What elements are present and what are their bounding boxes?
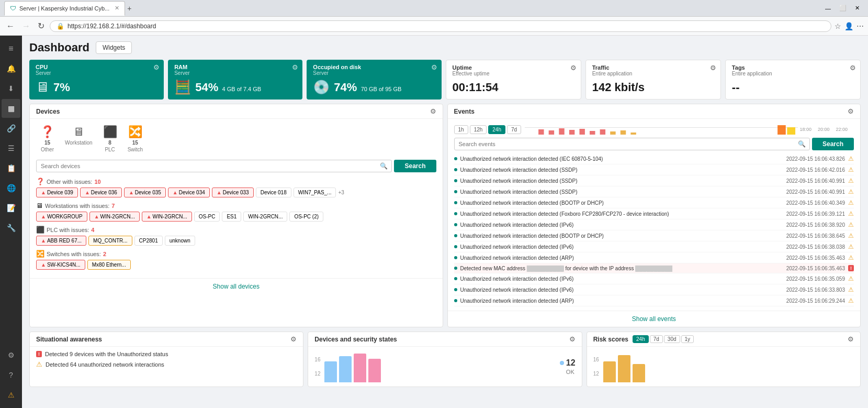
events-panel-gear-icon[interactable]: ⚙	[848, 107, 854, 115]
device-tag[interactable]: ▲ Device 039	[36, 188, 78, 197]
time-filter-7d[interactable]: 7d	[507, 125, 521, 134]
nav-globe-icon[interactable]: 🌐	[2, 179, 20, 197]
device-tag[interactable]: WIN7_PAS_...	[294, 188, 336, 197]
event-row[interactable]: Unauthorized network interaction detecte…	[454, 295, 854, 306]
nav-tools-icon[interactable]: 🔧	[2, 218, 20, 237]
back-icon[interactable]: ←	[4, 20, 17, 32]
nav-notifications-icon[interactable]: 🔔	[2, 59, 20, 78]
device-tag[interactable]: ▲ WIN-2GRCN...	[89, 212, 140, 222]
devices-security-title: Devices and security states	[314, 336, 397, 343]
reload-icon[interactable]: ↻	[36, 20, 47, 32]
nav-dashboard-icon[interactable]: ▦	[2, 99, 20, 118]
event-row[interactable]: Unauthorized network interaction detecte…	[454, 284, 854, 295]
nav-download-icon[interactable]: ⬇	[2, 79, 20, 98]
profile-icon[interactable]: 👤	[844, 22, 853, 30]
device-tag[interactable]: OS-PC (2)	[289, 212, 323, 222]
nav-settings-icon[interactable]: ⚙	[2, 346, 20, 365]
traffic-gear-icon[interactable]: ⚙	[710, 64, 716, 72]
traffic-value: 142 kbit/s	[592, 81, 714, 94]
event-row[interactable]: Unauthorized network interaction detecte…	[454, 186, 854, 197]
maximize-icon[interactable]: ⬜	[835, 4, 851, 13]
nav-rules-icon[interactable]: 📝	[2, 199, 20, 217]
risk-scores-gear-icon[interactable]: ⚙	[848, 335, 854, 343]
time-filter-1h[interactable]: 1h	[454, 125, 468, 134]
url-display[interactable]: https://192.168.2.1/#/dashboard	[67, 23, 825, 30]
device-tag[interactable]: CP2801	[134, 236, 163, 246]
event-row[interactable]: Unauthorized network interaction detecte…	[454, 230, 854, 241]
time-filter-12h[interactable]: 12h	[470, 125, 487, 134]
event-row[interactable]: Detected new MAC address ██████████ for …	[454, 263, 854, 273]
device-type-other[interactable]: ❓ 15 Other	[40, 125, 54, 152]
event-row[interactable]: Unauthorized network interaction detecte…	[454, 197, 854, 208]
event-row[interactable]: Unauthorized network interaction detecte…	[454, 175, 854, 186]
nav-reports-icon[interactable]: 📋	[2, 159, 20, 178]
nav-help-icon[interactable]: ?	[2, 366, 20, 384]
sit-item-1[interactable]: ! Detected 9 devices with the Unauthoriz…	[36, 351, 297, 357]
events-search-input[interactable]	[454, 138, 810, 150]
device-tag[interactable]: ▲ ABB RED 67...	[36, 236, 86, 246]
new-tab-icon[interactable]: +	[127, 4, 131, 13]
forward-icon[interactable]: →	[20, 20, 32, 32]
nav-events-icon[interactable]: ☰	[2, 139, 20, 158]
device-type-plc[interactable]: ⬛ 8 PLC	[103, 125, 117, 152]
device-tag[interactable]: ES1	[222, 212, 241, 222]
event-row[interactable]: Unauthorized network interaction detecte…	[454, 252, 854, 263]
tags-subtitle: Entire application	[732, 71, 854, 76]
tab-close-icon[interactable]: ✕	[115, 5, 119, 12]
nav-topology-icon[interactable]: 🔗	[2, 119, 20, 138]
device-tag[interactable]: unknown	[165, 236, 195, 246]
events-search-button[interactable]: Search	[812, 138, 854, 150]
event-text: Unauthorized network interaction detecte…	[460, 156, 783, 162]
event-text: Unauthorized network interaction detecte…	[460, 200, 783, 206]
risk-filter-30d[interactable]: 30d	[664, 335, 680, 343]
risk-scores-panel: Risk scores 24h 7d 30d 1y ⚙ 16	[587, 332, 861, 387]
device-tag[interactable]: OS-PC	[194, 212, 220, 222]
other-label: Other	[41, 147, 54, 152]
device-type-switch[interactable]: 🔀 15 Switch	[128, 125, 143, 152]
device-tag[interactable]: ▲ Device 034	[168, 188, 210, 197]
risk-filter-7d[interactable]: 7d	[650, 335, 663, 343]
minimize-icon[interactable]: —	[821, 4, 835, 13]
device-tag[interactable]: WIN-2GRCN...	[243, 212, 287, 222]
devices-search-button[interactable]: Search	[394, 160, 436, 172]
event-row[interactable]: Unauthorized network interaction detecte…	[454, 153, 854, 164]
show-all-events-link[interactable]: Show all events	[448, 311, 861, 327]
tags-gear-icon[interactable]: ⚙	[850, 64, 856, 72]
event-row[interactable]: Unauthorized network interaction detecte…	[454, 164, 854, 175]
widgets-button[interactable]: Widgets	[96, 41, 132, 54]
device-tag[interactable]: ▲ WIN-2GRCN...	[142, 212, 192, 222]
device-tag[interactable]: ▲ Device 036	[80, 188, 122, 197]
devices-panel-gear-icon[interactable]: ⚙	[430, 107, 436, 115]
devices-security-gear-icon[interactable]: ⚙	[569, 335, 576, 343]
device-tag[interactable]: ▲ WORKGROUP	[36, 212, 87, 222]
risk-filter-1y[interactable]: 1y	[681, 335, 694, 343]
close-window-icon[interactable]: ✕	[851, 4, 864, 13]
event-row[interactable]: Unauthorized network interaction detecte…	[454, 273, 854, 284]
device-tag[interactable]: Device 018	[256, 188, 291, 197]
device-tag[interactable]: ▲ Device 033	[212, 188, 254, 197]
device-tag[interactable]: ▲ SW-KICS4N...	[36, 260, 85, 270]
event-dot	[454, 299, 457, 302]
nav-menu-icon[interactable]: ≡	[2, 39, 20, 58]
time-filter-24h[interactable]: 24h	[488, 125, 505, 134]
svg-rect-3	[559, 128, 564, 135]
device-type-workstation[interactable]: 🖥 Workstation	[65, 125, 93, 152]
bookmark-icon[interactable]: ☆	[835, 22, 841, 30]
event-row[interactable]: Unauthorized network interaction detecte…	[454, 219, 854, 230]
disk-subtitle: Server	[313, 70, 435, 76]
browser-tab[interactable]: 🛡 Server | Kaspersky Industrial Cyb... ✕	[4, 1, 125, 16]
device-tag[interactable]: Mx80 Ethern...	[87, 260, 131, 270]
situational-gear-icon[interactable]: ⚙	[290, 335, 297, 343]
risk-filter-24h[interactable]: 24h	[633, 335, 649, 343]
sit-item-2[interactable]: ⚠ Detected 64 unauthorized network inter…	[36, 360, 297, 368]
event-warn-icon: ⚠	[848, 199, 854, 206]
device-tag[interactable]: MQ_CONTR...	[88, 236, 132, 246]
svg-rect-6	[590, 131, 595, 135]
device-tag[interactable]: ▲ Device 035	[124, 188, 166, 197]
show-all-devices-link[interactable]: Show all devices	[30, 278, 443, 294]
uptime-gear-icon[interactable]: ⚙	[570, 64, 577, 72]
menu-icon[interactable]: ⋯	[856, 22, 864, 30]
event-row[interactable]: Unauthorized network interaction detecte…	[454, 208, 854, 219]
devices-search-input[interactable]	[36, 160, 392, 172]
event-row[interactable]: Unauthorized network interaction detecte…	[454, 241, 854, 252]
